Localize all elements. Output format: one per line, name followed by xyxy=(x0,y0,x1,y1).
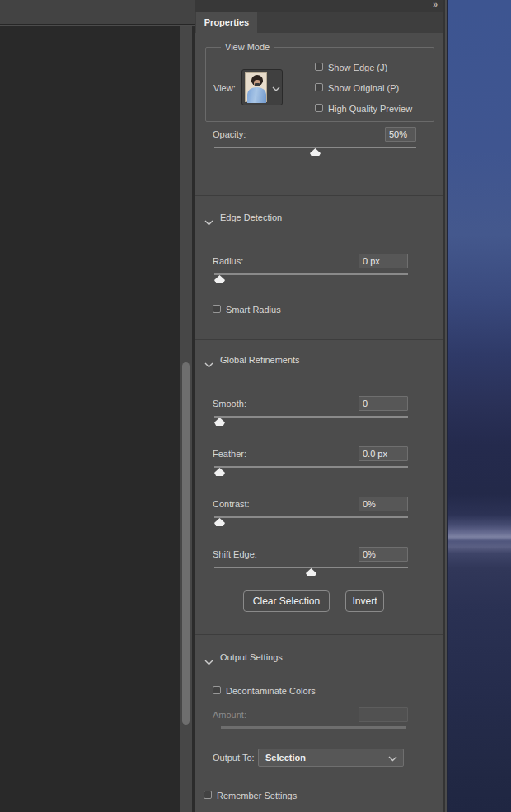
view-mode-legend: View Mode xyxy=(221,42,274,52)
view-mode-picker[interactable] xyxy=(241,69,283,105)
feather-slider[interactable] xyxy=(214,466,408,468)
amount-slider-disabled xyxy=(221,726,406,729)
thumbnail-camera xyxy=(255,83,260,86)
contrast-slider-thumb[interactable] xyxy=(214,518,225,526)
view-thumbnail[interactable] xyxy=(242,70,270,105)
output-to-dropdown[interactable]: Selection xyxy=(258,749,404,767)
feather-label: Feather: xyxy=(213,449,246,459)
smooth-input[interactable] xyxy=(359,396,408,411)
opacity-slider-thumb[interactable] xyxy=(310,148,321,156)
remember-settings-checkbox[interactable] xyxy=(204,791,212,799)
shift-edge-label: Shift Edge: xyxy=(213,549,257,559)
global-refinements-header[interactable]: Global Refinements xyxy=(220,355,300,365)
amount-input xyxy=(359,707,408,722)
remember-settings-label: Remember Settings xyxy=(217,791,297,800)
canvas-pasteboard[interactable] xyxy=(0,26,180,812)
show-edge-label: Show Edge (J) xyxy=(328,63,387,72)
tab-properties[interactable]: Properties xyxy=(196,12,257,33)
smart-radius-label: Smart Radius xyxy=(226,305,281,315)
contrast-label: Contrast: xyxy=(213,499,250,509)
show-original-label: Show Original (P) xyxy=(328,83,399,93)
smart-radius-checkbox[interactable] xyxy=(213,305,221,313)
smooth-slider-thumb[interactable] xyxy=(214,418,225,426)
workspace-topbar xyxy=(0,0,195,25)
panel-collapse-icon[interactable]: » xyxy=(433,0,438,9)
decontaminate-colors-checkbox[interactable] xyxy=(213,686,221,694)
show-edge-checkbox[interactable] xyxy=(315,63,323,71)
feather-slider-thumb[interactable] xyxy=(214,468,225,476)
opacity-label: Opacity: xyxy=(213,129,246,139)
radius-label: Radius: xyxy=(213,256,243,266)
opacity-input[interactable] xyxy=(385,127,416,142)
select-and-mask-workspace: » Properties View Mode View: xyxy=(0,0,511,812)
opacity-slider[interactable] xyxy=(214,147,416,148)
section-divider xyxy=(195,339,443,340)
radius-input[interactable] xyxy=(359,254,408,268)
view-dropdown-arrow[interactable] xyxy=(270,70,282,105)
clear-selection-button[interactable]: Clear Selection xyxy=(243,590,330,612)
thumbnail-shirt xyxy=(247,87,266,103)
radius-slider-thumb[interactable] xyxy=(214,275,225,283)
chevron-down-icon xyxy=(204,654,213,669)
contrast-input[interactable] xyxy=(359,497,408,511)
chevron-down-icon xyxy=(204,214,213,229)
shift-edge-input[interactable] xyxy=(359,547,408,562)
smooth-slider[interactable] xyxy=(214,416,408,418)
view-thumbnail-image xyxy=(245,72,267,102)
shift-edge-slider[interactable] xyxy=(214,567,408,568)
edge-detection-header[interactable]: Edge Detection xyxy=(220,212,282,222)
output-to-value: Selection xyxy=(265,753,306,763)
output-to-label: Output To: xyxy=(213,753,255,763)
high-quality-preview-checkbox[interactable] xyxy=(315,104,323,112)
smooth-label: Smooth: xyxy=(213,399,246,408)
invert-button[interactable]: Invert xyxy=(345,590,384,612)
panel-scrollbar-track[interactable] xyxy=(180,26,192,812)
amount-label: Amount: xyxy=(213,710,246,720)
chevron-down-icon xyxy=(272,80,280,95)
panel-header-strip: » xyxy=(195,0,443,12)
contrast-slider[interactable] xyxy=(214,516,408,518)
panel-scrollbar-thumb[interactable] xyxy=(182,362,190,725)
view-label: View: xyxy=(213,83,236,93)
section-divider xyxy=(195,195,443,196)
show-original-checkbox[interactable] xyxy=(315,83,323,91)
output-settings-header[interactable]: Output Settings xyxy=(220,652,283,662)
panel-tabbar: Properties xyxy=(195,12,443,33)
chevron-down-icon xyxy=(204,357,213,371)
shift-edge-slider-thumb[interactable] xyxy=(306,568,316,576)
feather-input[interactable] xyxy=(359,446,408,461)
document-photo[interactable] xyxy=(447,0,511,812)
decontaminate-colors-label: Decontaminate Colors xyxy=(226,686,316,696)
view-mode-group: View Mode View: Sho xyxy=(205,47,434,122)
properties-panel: » Properties View Mode View: xyxy=(195,0,445,812)
section-divider xyxy=(195,634,443,635)
radius-slider[interactable] xyxy=(214,273,408,275)
high-quality-preview-label: High Quality Preview xyxy=(328,104,412,114)
